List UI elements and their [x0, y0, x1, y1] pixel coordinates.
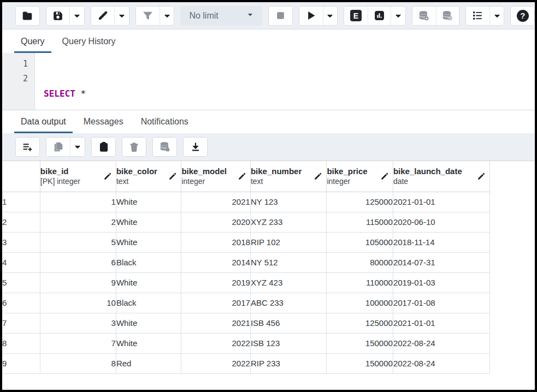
edit-column-icon[interactable] [103, 172, 112, 183]
cell-bike_model[interactable]: 2021 [181, 313, 251, 333]
cell-bike_number[interactable]: ABC 233 [250, 293, 327, 313]
cell-bike_color[interactable]: Black [116, 252, 181, 272]
cell-bike_model[interactable]: 2020 [181, 212, 251, 232]
cell-bike_color[interactable]: Black [116, 293, 181, 313]
cell-bike_color[interactable]: White [116, 232, 181, 252]
sql-code[interactable]: SELECT * FROM bike_details; [35, 53, 138, 110]
tab-query[interactable]: Query [14, 29, 51, 53]
cell-bike_color[interactable]: White [116, 333, 181, 353]
cell-bike_model[interactable]: 2017 [181, 293, 251, 313]
cell-bike_model[interactable]: 2014 [181, 252, 251, 272]
edit-column-icon[interactable] [314, 172, 322, 183]
cell-bike_id[interactable]: 9 [40, 272, 116, 293]
cell-bike_number[interactable]: RIP 102 [250, 232, 327, 252]
save-button[interactable] [46, 7, 70, 25]
row-number[interactable]: 2 [2, 212, 40, 232]
edit-column-icon[interactable] [380, 172, 389, 183]
cell-bike_price[interactable]: 100000 [327, 293, 393, 313]
column-header-bike_price[interactable]: bike_priceinteger [327, 161, 393, 192]
cell-bike_price[interactable]: 150000 [327, 333, 393, 353]
column-header-bike_id[interactable]: bike_id[PK] integer [40, 161, 116, 192]
cell-bike_price[interactable]: 80000 [327, 252, 393, 272]
cell-bike_id[interactable]: 1 [40, 192, 116, 212]
tab-query-history[interactable]: Query History [56, 29, 122, 53]
cell-bike_launch_date[interactable]: 2020-06-10 [393, 212, 489, 232]
column-header-bike_launch_date[interactable]: bike_launch_datedate [393, 161, 489, 192]
stop-button[interactable] [269, 7, 292, 25]
cell-bike_model[interactable]: 2019 [181, 272, 251, 293]
cell-bike_number[interactable]: NY 512 [250, 252, 327, 272]
sql-editor[interactable]: 1 2 SELECT * FROM bike_details; [2, 53, 535, 110]
cell-bike_price[interactable]: 125000 [327, 313, 393, 333]
filter-menu-button[interactable] [160, 7, 174, 25]
cell-bike_launch_date[interactable]: 2021-01-01 [393, 192, 489, 212]
cell-bike_color[interactable]: White [116, 313, 181, 333]
tab-messages[interactable]: Messages [77, 110, 130, 133]
commit-button[interactable] [412, 7, 436, 25]
cell-bike_launch_date[interactable]: 2019-01-03 [393, 272, 489, 293]
row-number[interactable]: 9 [2, 353, 40, 373]
cell-bike_color[interactable]: White [116, 272, 181, 293]
cell-bike_number[interactable]: XYZ 233 [250, 212, 327, 232]
save-data-button[interactable] [153, 138, 176, 156]
explain-analyze-button[interactable] [368, 7, 391, 25]
cell-bike_model[interactable]: 2018 [181, 232, 251, 252]
cell-bike_launch_date[interactable]: 2021-01-01 [393, 313, 489, 333]
cell-bike_id[interactable]: 8 [40, 353, 116, 373]
copy-button[interactable] [46, 138, 70, 156]
cell-bike_model[interactable]: 2021 [181, 192, 251, 212]
tab-data-output[interactable]: Data output [14, 110, 73, 133]
cell-bike_id[interactable]: 10 [40, 293, 116, 313]
row-number[interactable]: 4 [2, 252, 40, 272]
cell-bike_number[interactable]: ISB 456 [250, 313, 327, 333]
select-all-corner[interactable] [2, 161, 40, 192]
column-header-bike_number[interactable]: bike_numbertext [250, 161, 327, 192]
cell-bike_price[interactable]: 125000 [327, 192, 393, 212]
tab-notifications[interactable]: Notifications [134, 110, 195, 133]
save-menu-button[interactable] [69, 7, 84, 25]
cell-bike_number[interactable]: RIP 233 [250, 353, 327, 373]
row-number[interactable]: 6 [2, 293, 40, 313]
row-number[interactable]: 5 [2, 272, 40, 293]
help-button[interactable]: ? [511, 7, 534, 25]
row-number[interactable]: 8 [2, 333, 40, 353]
cell-bike_color[interactable]: White [116, 212, 181, 232]
edit-column-icon[interactable] [168, 172, 177, 183]
cell-bike_launch_date[interactable]: 2022-08-24 [393, 333, 489, 353]
macros-menu-button[interactable] [489, 7, 504, 25]
download-button[interactable] [184, 138, 207, 156]
limit-select[interactable]: No limit [180, 6, 262, 26]
row-number[interactable]: 7 [2, 313, 40, 333]
column-header-bike_model[interactable]: bike_modelinteger [181, 161, 251, 192]
cell-bike_number[interactable]: ISB 123 [250, 333, 327, 353]
cell-bike_id[interactable]: 7 [40, 333, 116, 353]
cell-bike_launch_date[interactable]: 2022-08-24 [393, 353, 489, 373]
edit-column-icon[interactable] [238, 172, 246, 183]
cell-bike_color[interactable]: Red [116, 353, 181, 373]
cell-bike_number[interactable]: NY 123 [250, 192, 327, 212]
cell-bike_price[interactable]: 115000 [327, 212, 393, 232]
add-row-button[interactable] [16, 138, 39, 156]
cell-bike_model[interactable]: 2022 [181, 353, 251, 373]
cell-bike_id[interactable]: 2 [40, 212, 116, 232]
cell-bike_price[interactable]: 105000 [327, 232, 393, 252]
cell-bike_price[interactable]: 150000 [327, 353, 393, 373]
cell-bike_color[interactable]: White [116, 192, 181, 212]
cell-bike_launch_date[interactable]: 2017-01-08 [393, 293, 489, 313]
edit-menu-button[interactable] [114, 7, 129, 25]
row-number[interactable]: 1 [2, 192, 40, 212]
execute-button[interactable] [299, 7, 323, 25]
macros-button[interactable] [466, 7, 489, 25]
open-file-button[interactable] [16, 7, 39, 25]
rollback-button[interactable] [436, 7, 459, 25]
cell-bike_id[interactable]: 5 [40, 232, 116, 252]
cell-bike_launch_date[interactable]: 2014-07-31 [393, 252, 489, 272]
cell-bike_model[interactable]: 2022 [181, 333, 251, 353]
cell-bike_launch_date[interactable]: 2018-11-14 [393, 232, 489, 252]
execute-menu-button[interactable] [323, 7, 338, 25]
copy-menu-button[interactable] [70, 138, 85, 156]
explain-menu-button[interactable] [391, 7, 405, 25]
cell-bike_id[interactable]: 3 [40, 313, 116, 333]
row-number[interactable]: 3 [2, 232, 40, 252]
delete-button[interactable] [122, 138, 146, 156]
